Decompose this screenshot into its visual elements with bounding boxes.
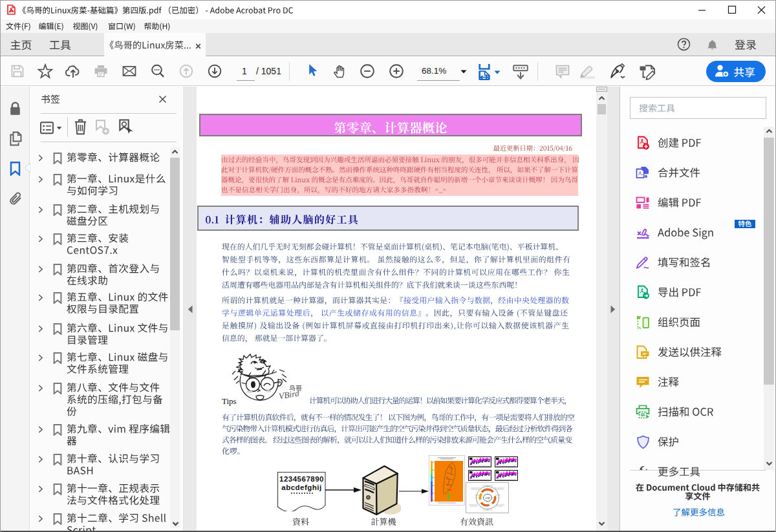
svg-text:GM: GM <box>486 496 490 500</box>
